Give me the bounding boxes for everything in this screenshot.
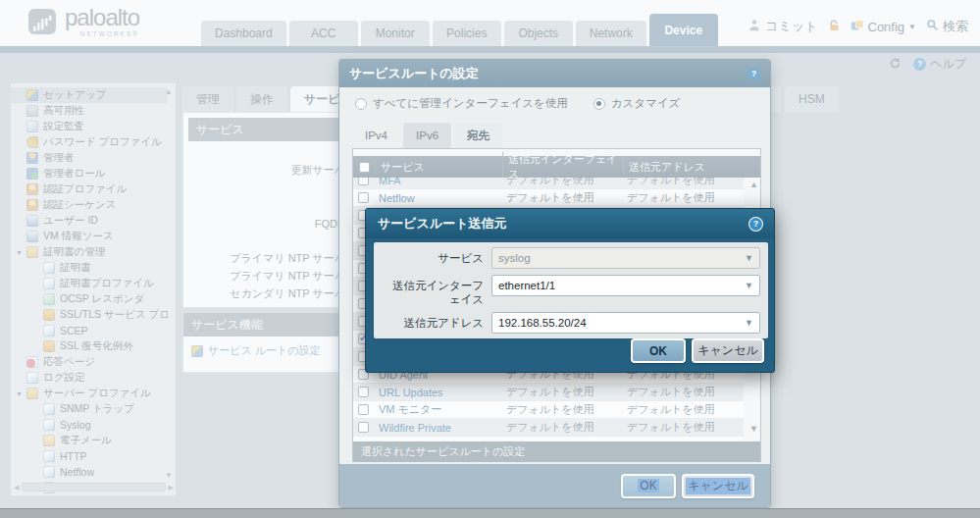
modal-titlebar: サービスルート送信元 — [366, 209, 774, 238]
field-label: 送信元アドレス — [382, 312, 491, 330]
form-row: 送信元アドレス 192.168.55.20/24 ▼ — [382, 312, 760, 334]
field-value: ethernet1/1 — [498, 280, 555, 291]
modal-buttons: OK キャンセル — [631, 338, 764, 363]
form-row: 送信元インターフェイス ethernet1/1 ▼ — [382, 275, 760, 307]
modal-cancel-button[interactable]: キャンセル — [692, 338, 764, 363]
screen: paloalto NETWORKS® DashboardACCMonitorPo… — [0, 0, 980, 518]
field-label: サービス — [382, 247, 491, 265]
dropdown-arrow-icon[interactable]: ▼ — [745, 281, 753, 290]
dropdown-field[interactable]: syslog ▼ — [491, 247, 760, 269]
field-value: 192.168.55.20/24 — [498, 317, 587, 329]
dropdown-field[interactable]: ethernet1/1 ▼ — [491, 275, 760, 296]
dropdown-arrow-icon[interactable]: ▼ — [745, 253, 753, 263]
modal-ok-button[interactable]: OK — [631, 338, 686, 363]
dropdown-field[interactable]: 192.168.55.20/24 ▼ — [491, 312, 760, 334]
modal-title: サービスルート送信元 — [378, 215, 507, 233]
field-value: syslog — [498, 252, 531, 264]
modal-help-icon[interactable] — [749, 218, 762, 231]
dropdown-arrow-icon[interactable]: ▼ — [745, 318, 753, 328]
modal-form: サービス syslog ▼ 送信元インターフェイス ethernet1/1 ▼ … — [374, 242, 768, 338]
form-row: サービス syslog ▼ — [382, 247, 760, 269]
field-label: 送信元インターフェイス — [382, 275, 491, 307]
service-route-source-dialog: サービスルート送信元 サービス syslog ▼ 送信元インターフェイス eth… — [365, 208, 775, 373]
window-bottom-edge — [0, 508, 980, 518]
